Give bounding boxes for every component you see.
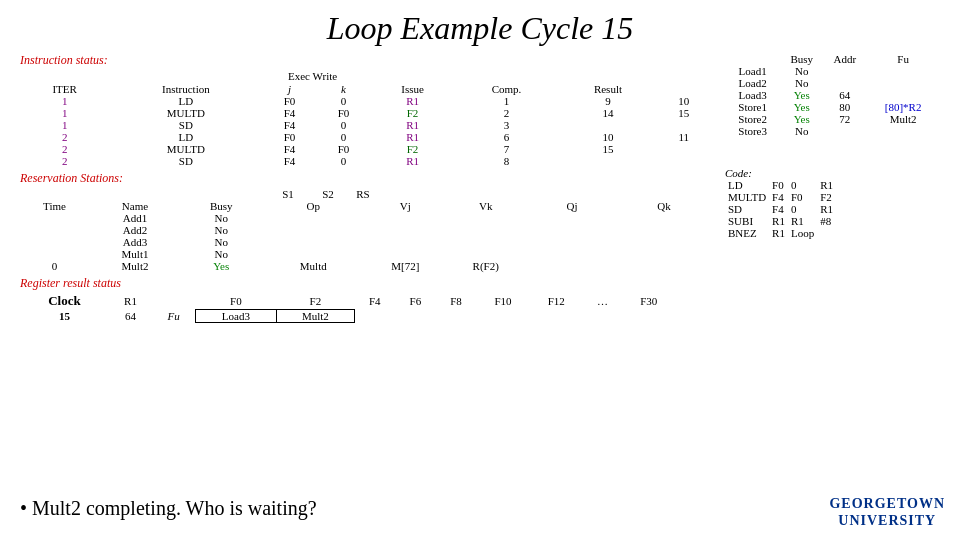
col-clock: Clock — [20, 293, 109, 309]
fu-row: Store3 No — [725, 125, 940, 137]
col-spacer — [152, 293, 195, 309]
code-table: LD F0 0 R1 MULTD F4 F0 F2 SD — [725, 179, 836, 239]
col-addr: Addr — [823, 53, 866, 65]
col-op: Op — [262, 200, 366, 212]
code-row: MULTD F4 F0 F2 — [725, 191, 836, 203]
fu-row: Load3 Yes 64 — [725, 89, 940, 101]
s1s2rs-header: S1 S2 RS — [20, 188, 710, 200]
col-name: Name — [89, 200, 181, 212]
code-section: Code: LD F0 0 R1 MULTD F4 F0 — [725, 167, 940, 239]
instr-status-label: Instruction status: — [20, 53, 710, 68]
exec-write-header: Exec Write — [20, 70, 710, 82]
col-r1: R1 — [109, 293, 152, 309]
fu-row: Store2 Yes 72 Mult2 — [725, 113, 940, 125]
rs-row: Add2 No — [20, 224, 710, 236]
col-k: k — [316, 83, 370, 95]
rs-table: Time Name Busy Op Vj Vk Qj Qk Add1 No — [20, 200, 710, 272]
rs-row: 0 Mult2 Yes Multd M[72] R(F2) — [20, 260, 710, 272]
instruction-table: ITER Instruction j k Issue Comp. Result … — [20, 83, 710, 167]
col-qk: Qk — [618, 200, 710, 212]
fu-row: Load2 No — [725, 77, 940, 89]
col-f4: F4 — [354, 293, 395, 309]
col-busy: Busy — [780, 53, 823, 65]
col-f30: F30 — [622, 293, 675, 309]
table-row: 1 LD F0 0 R1 1 9 10 — [20, 95, 710, 107]
table-row: 2 MULTD F4 F0 F2 7 15 — [20, 143, 710, 155]
fu-row: Load1 No — [725, 65, 940, 77]
col-f6: F6 — [395, 293, 436, 309]
code-label: Code: — [725, 167, 940, 179]
fu-row: Store1 Yes 80 [80]*R2 — [725, 101, 940, 113]
col-comp: Comp. — [455, 83, 559, 95]
code-row: SD F4 0 R1 — [725, 203, 836, 215]
slide-title: Loop Example Cycle 15 — [20, 10, 940, 47]
fu-table: Busy Addr Fu Load1 No Load2 No — [725, 53, 940, 137]
col-fu: Fu — [866, 53, 940, 65]
reg-result-table: Clock R1 F0 F2 F4 F6 F8 F10 F12 … F30 — [20, 293, 676, 323]
col-f0: F0 — [195, 293, 276, 309]
left-panel: Instruction status: Exec Write ITER Inst… — [20, 53, 710, 323]
code-row: BNEZ R1 Loop — [725, 227, 836, 239]
col-issue: Issue — [370, 83, 454, 95]
rs-label: Reservation Stations: — [20, 171, 710, 186]
col-busy: Busy — [181, 200, 262, 212]
code-row: LD F0 0 R1 — [725, 179, 836, 191]
rs-row: Add3 No — [20, 236, 710, 248]
col-f10: F10 — [476, 293, 529, 309]
table-row: 1 MULTD F4 F0 F2 2 14 15 — [20, 107, 710, 119]
georgetown-text: GEORGETOWN — [829, 496, 945, 513]
col-f8: F8 — [436, 293, 477, 309]
col-time: Time — [20, 200, 89, 212]
col-iter: ITER — [20, 83, 109, 95]
col-qj: Qj — [526, 200, 618, 212]
reg-result-row: 15 64 Fu Load3 Mult2 — [20, 309, 676, 322]
rs-row: Mult1 No — [20, 248, 710, 260]
col-instruction: Instruction — [109, 83, 262, 95]
university-text: UNIVERSITY — [829, 513, 945, 530]
table-row: 2 SD F4 0 R1 8 — [20, 155, 710, 167]
col-f12: F12 — [530, 293, 583, 309]
slide: Loop Example Cycle 15 Instruction status… — [0, 0, 960, 540]
reg-result-label: Register result status — [20, 276, 710, 291]
col-result: Result — [558, 83, 657, 95]
georgetown-logo: GEORGETOWN UNIVERSITY — [829, 496, 945, 530]
bullet-point: • Mult2 completing. Who is waiting? — [20, 497, 317, 520]
col-vj: Vj — [365, 200, 446, 212]
col-f2: F2 — [276, 293, 354, 309]
col-ellipsis: … — [583, 293, 622, 309]
rs-row: Add1 No — [20, 212, 710, 224]
col-fu-name — [725, 53, 780, 65]
table-row: 2 LD F0 0 R1 6 10 11 — [20, 131, 710, 143]
col-vk: Vk — [446, 200, 527, 212]
code-row: SUBI R1 R1 #8 — [725, 215, 836, 227]
col-j: j — [262, 83, 316, 95]
right-panel: Busy Addr Fu Load1 No Load2 No — [720, 53, 940, 323]
table-row: 1 SD F4 0 R1 3 — [20, 119, 710, 131]
